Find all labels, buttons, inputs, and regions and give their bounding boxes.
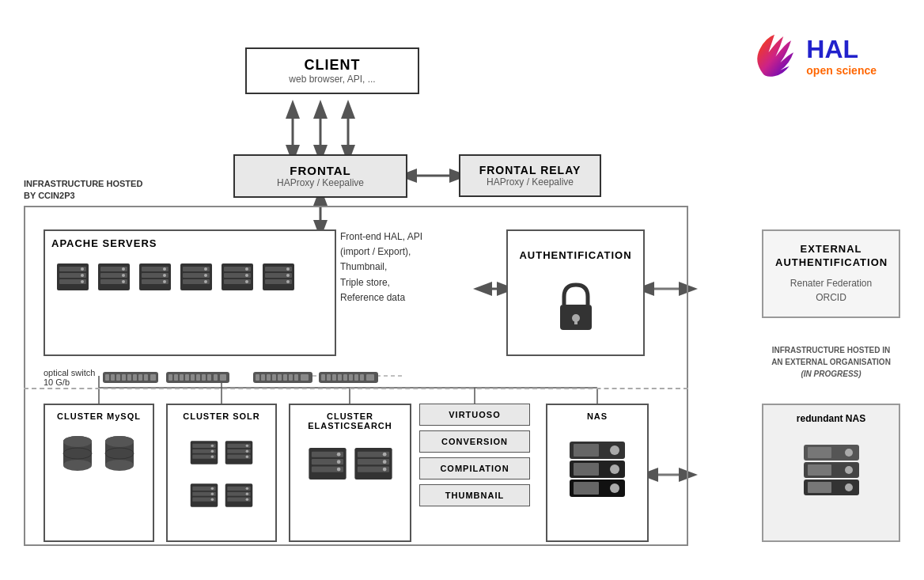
svg-point-165 [382, 468, 386, 472]
frontal-relay-box: FRONTAL RELAY HAProxy / Keepalive [459, 154, 601, 197]
svg-point-122 [105, 448, 134, 459]
svg-rect-101 [289, 374, 293, 381]
nas-icon [566, 426, 629, 505]
svg-rect-108 [338, 374, 342, 381]
svg-point-51 [245, 267, 248, 271]
optical-switch-label: optical switch10 G/b [44, 368, 95, 387]
svg-rect-81 [144, 374, 148, 381]
svg-rect-109 [343, 374, 347, 381]
svg-point-135 [246, 445, 248, 447]
svg-point-156 [336, 453, 340, 457]
external-infra-label: INFRASTRUCTURE HOSTED INAN EXTERNAL ORGA… [762, 344, 900, 380]
svg-point-72 [845, 449, 853, 457]
hal-logo-text: HAL open science [806, 35, 877, 77]
svg-point-58 [286, 267, 290, 271]
svg-rect-69 [808, 447, 831, 458]
svg-point-37 [163, 267, 166, 271]
svg-rect-112 [360, 374, 364, 381]
svg-rect-97 [267, 374, 271, 381]
server-icon-3 [138, 260, 172, 294]
dashed-divider [24, 388, 688, 389]
svg-point-52 [245, 274, 248, 277]
hal-logo-icon [751, 32, 798, 79]
svg-point-129 [211, 450, 214, 453]
svg-rect-63 [574, 318, 578, 324]
frontal-relay-title: FRONTAL RELAY [476, 164, 584, 176]
svg-rect-84 [169, 374, 172, 381]
frontal-title: FRONTAL [251, 164, 390, 177]
svg-point-117 [63, 448, 92, 459]
svg-point-38 [163, 274, 166, 277]
hal-subtitle: open science [806, 64, 877, 77]
svg-point-46 [204, 280, 207, 283]
svg-point-158 [336, 468, 340, 472]
svg-point-30 [122, 267, 125, 271]
svg-rect-92 [214, 374, 218, 381]
svg-point-59 [286, 274, 290, 277]
hal-logo: HAL open science [751, 32, 877, 79]
server-icon-4 [179, 260, 214, 294]
server-icon-1 [55, 260, 90, 294]
svg-rect-169 [574, 482, 599, 495]
svg-point-174 [610, 445, 619, 455]
svg-rect-107 [332, 374, 336, 381]
svg-rect-171 [574, 444, 599, 457]
server-icon-6 [261, 260, 296, 294]
cluster-solr-title: CLUSTER SOLR [183, 411, 260, 421]
svg-rect-82 [150, 374, 156, 381]
server-es-2 [353, 443, 394, 484]
switch-icon-3 [253, 370, 312, 385]
svg-rect-89 [196, 374, 200, 381]
svg-point-71 [845, 466, 853, 474]
svg-rect-75 [111, 374, 115, 381]
svg-rect-95 [256, 374, 259, 381]
cluster-mysql-title: CLUSTER MySQL [57, 411, 141, 421]
svg-rect-85 [174, 374, 178, 381]
external-auth-title: EXTERNALAUTHENTIFICATION [775, 243, 887, 270]
svg-point-149 [246, 487, 248, 490]
svg-rect-102 [294, 374, 298, 381]
svg-point-164 [382, 460, 386, 464]
svg-point-70 [845, 483, 853, 491]
service-conversion: CONVERSION [419, 430, 530, 453]
svg-rect-74 [105, 374, 109, 381]
apache-title: APACHE SERVERS [51, 237, 328, 249]
svg-rect-93 [220, 374, 226, 381]
svg-point-44 [204, 267, 207, 271]
svg-point-31 [122, 274, 125, 277]
svg-rect-99 [278, 374, 282, 381]
redundant-nas-title: redundant NAS [797, 413, 865, 424]
service-compilation: COMPILATION [419, 457, 530, 480]
db-icon-mysql-2 [102, 434, 138, 477]
svg-point-144 [211, 498, 214, 500]
server-solr-1 [189, 434, 219, 472]
svg-rect-77 [122, 374, 126, 381]
svg-rect-87 [185, 374, 189, 381]
svg-point-123 [105, 436, 134, 447]
svg-rect-91 [207, 374, 211, 381]
apache-section: APACHE SERVERS [44, 229, 336, 356]
client-title: CLIENT [263, 57, 402, 74]
frontal-relay-subtitle: HAProxy / Keepalive [476, 176, 584, 188]
cluster-elasticsearch-title: CLUSTER ELASTICSEARCH [308, 411, 392, 430]
optical-switch-row: optical switch10 G/b [44, 368, 378, 387]
svg-rect-110 [349, 374, 353, 381]
svg-rect-111 [354, 374, 358, 381]
svg-point-150 [246, 493, 248, 495]
svg-point-128 [211, 445, 214, 447]
svg-rect-106 [327, 374, 331, 381]
diagram-container: HAL open science CLIENT web browser, API… [0, 0, 924, 580]
svg-rect-76 [116, 374, 120, 381]
frontal-box: FRONTAL HAProxy / Keepalive [233, 154, 407, 198]
svg-point-39 [163, 280, 166, 283]
redundant-nas-icon [800, 432, 863, 503]
svg-rect-86 [180, 374, 184, 381]
description-box: Front-end HAL, API(import / Export),Thum… [340, 229, 483, 305]
svg-rect-96 [261, 374, 265, 381]
svg-point-157 [336, 460, 340, 464]
cluster-solr-box: CLUSTER SOLR [166, 404, 277, 542]
svg-rect-100 [283, 374, 287, 381]
svg-point-116 [63, 460, 92, 471]
db-icon-mysql-1 [60, 434, 96, 477]
svg-rect-113 [366, 374, 374, 381]
